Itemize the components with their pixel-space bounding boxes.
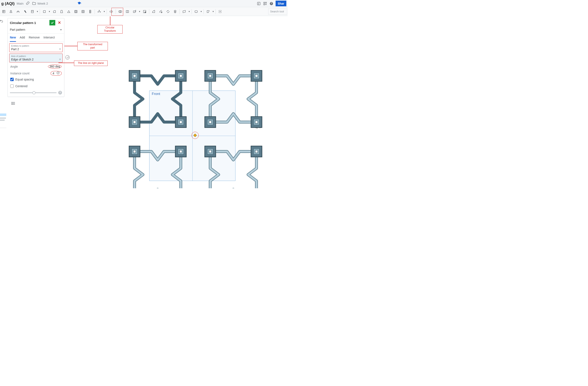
tool-rib-icon[interactable] [65,8,72,15]
feature-tree-item[interactable] [0,113,6,116]
svg-point-13 [99,10,99,11]
help-gear-icon[interactable]: ? [269,1,273,6]
svg-point-15 [100,12,101,12]
education-icon[interactable] [77,1,81,6]
tool-dropdown-icon[interactable]: ▼ [188,11,190,13]
3d-viewport[interactable]: Front 1 [120,62,265,188]
entities-field[interactable]: Entities to pattern Part 2 ✕ [9,43,63,52]
tab-remove[interactable]: Remove [29,34,40,41]
share-button[interactable]: Shar [276,1,286,6]
tool-revolve-icon[interactable] [15,8,21,15]
tool-loft-icon[interactable] [29,8,36,15]
apps-icon[interactable] [263,1,267,6]
pattern-instance[interactable] [199,64,268,134]
tool-circular-pattern-icon[interactable] [96,8,103,15]
tab-intersect[interactable]: Intersect [43,34,55,41]
pattern-type-select[interactable]: Part pattern ▼ [8,27,64,34]
undo-icon[interactable] [0,18,3,24]
svg-rect-6 [2,10,5,13]
annotation-label: The transformed part [77,42,108,50]
svg-rect-2 [266,2,267,3]
rotate-direction-icon[interactable] [56,71,60,75]
cancel-button[interactable]: ✕ [57,20,62,25]
tool-plane-icon[interactable] [181,8,188,15]
svg-point-16 [99,11,99,12]
opacity-slider[interactable] [10,92,57,93]
search-tools-input[interactable]: Search tool [268,8,287,15]
tool-move-face-icon[interactable] [165,8,171,15]
mate-connector-icon[interactable] [65,55,70,60]
tool-draft-icon[interactable] [58,8,65,15]
tool-thread-icon[interactable] [87,8,94,15]
pattern-instance[interactable] [199,140,268,188]
feature-tree-item[interactable] [0,118,6,119]
circular-pattern-dialog: Circular pattern 1 ✕ Part pattern ▼ New … [8,18,64,97]
tool-shell-icon[interactable] [73,8,79,15]
tool-dropdown-icon[interactable]: ▼ [48,11,51,13]
svg-point-36 [12,102,12,102]
tool-hole-icon[interactable] [80,8,86,15]
svg-rect-9 [75,11,77,12]
equal-spacing-checkbox[interactable]: Equal spacing [8,76,64,83]
tool-sketch-icon[interactable] [0,8,7,15]
pattern-instance[interactable] [123,140,192,188]
centered-checkbox[interactable]: Centered [8,83,64,89]
operation-tabs: New Add Remove Intersect [8,34,64,42]
instance-count-input[interactable]: 4 [53,72,54,75]
angle-input[interactable]: 360 deg [48,64,62,68]
tool-dropdown-icon[interactable]: ▼ [200,11,202,13]
svg-point-38 [12,104,12,105]
folder-icon [32,1,36,6]
tool-transform-icon[interactable] [131,8,138,15]
link-icon[interactable] [26,1,30,6]
dialog-title: Circular pattern 1 [10,21,48,25]
tool-dropdown-icon[interactable]: ▼ [36,11,39,13]
tool-mirror-icon[interactable] [108,8,115,15]
tool-delete-face-icon[interactable] [141,8,148,15]
tool-chamfer-icon[interactable] [51,8,58,15]
confirm-button[interactable] [49,20,55,25]
svg-rect-8 [75,10,77,13]
tool-extrude-icon[interactable] [8,8,14,15]
feature-list-icon[interactable] [12,102,15,105]
tool-modify-fillet-icon[interactable] [150,8,157,15]
pattern-instance[interactable] [123,64,192,134]
tool-split-icon[interactable] [124,8,131,15]
help-icon[interactable]: ? [58,91,62,95]
top-bar: g (AQI) Main Week 2 ? Shar [0,0,288,7]
tool-surface-icon[interactable] [193,8,200,15]
tool-dropdown-icon[interactable]: ▼ [103,11,105,13]
feature-toolbar: ▼ ▼ ▼ ▼ ▼ ▼ ▼ Search tool [0,7,288,16]
tab-add[interactable]: Add [20,34,25,41]
svg-rect-1 [264,2,265,3]
axis-field[interactable]: Axis of pattern Edge of Sketch 2 ✕ [9,54,63,62]
tool-sheetmetal-icon[interactable] [205,8,211,15]
annotation-label: The line on right plane [74,61,108,66]
tab-new[interactable]: New [10,34,16,42]
tool-sweep-icon[interactable] [22,8,29,15]
svg-point-11 [83,11,84,12]
chevron-down-icon: ▼ [60,29,62,31]
tool-delete-part-icon[interactable] [157,8,164,15]
tool-boolean-icon[interactable] [117,8,124,15]
tool-dropdown-icon[interactable]: ▼ [212,11,214,13]
tool-fillet-icon[interactable] [41,8,48,15]
svg-rect-0 [257,2,260,5]
folder-breadcrumb[interactable]: Week 2 [32,1,48,6]
clear-icon[interactable]: ✕ [59,47,61,51]
feature-tree-item[interactable] [0,120,5,121]
branch-label[interactable]: Main [17,2,23,5]
svg-rect-19 [133,11,135,12]
angle-row: Angle 360 deg [8,62,64,69]
svg-point-14 [98,12,98,12]
svg-rect-7 [31,10,33,13]
document-title: g (AQI) [1,1,15,6]
tool-dropdown-icon[interactable]: ▼ [138,11,141,13]
annotation-label: Circular Transform [97,25,123,34]
instance-count-row: Instance count 4 [8,69,64,76]
checklist-icon[interactable] [257,1,261,6]
svg-rect-10 [82,10,84,13]
tool-frame-icon[interactable] [217,8,224,15]
clear-icon[interactable]: ✕ [59,58,61,61]
tool-replace-face-icon[interactable] [172,8,178,15]
